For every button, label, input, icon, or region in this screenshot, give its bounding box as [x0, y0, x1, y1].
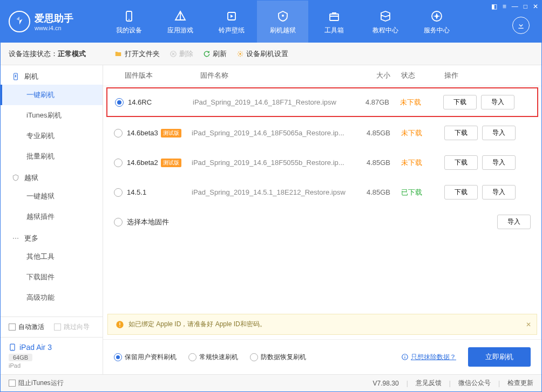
nav-1[interactable]: 应用游戏	[154, 1, 206, 43]
download-button[interactable]: 下载	[444, 155, 478, 170]
table-row[interactable]: 14.6beta3测试版iPad_Spring_2019_14.6_18F506…	[103, 118, 541, 148]
svg-point-9	[13, 238, 14, 239]
sidebar-item-专业刷机[interactable]: 专业刷机	[1, 126, 103, 146]
sidebar-item-越狱插件[interactable]: 越狱插件	[1, 207, 103, 227]
flash-settings-button[interactable]: 设备刷机设置	[236, 49, 288, 59]
radio[interactable]	[115, 98, 124, 107]
delete-button[interactable]: 删除	[170, 49, 193, 59]
svg-rect-4	[330, 14, 338, 20]
auto-activate-checkbox[interactable]: 自动激活	[9, 322, 44, 332]
sidebar-item-批量刷机[interactable]: 批量刷机	[1, 146, 103, 167]
window-controls: ◧ ≡ — □ ✕	[491, 3, 538, 10]
sidebar: 刷机一键刷机iTunes刷机专业刷机批量刷机越狱一键越狱越狱插件更多其他工具下载…	[1, 65, 103, 374]
block-itunes-checkbox[interactable]: 阻止iTunes运行	[9, 379, 64, 388]
refresh-button[interactable]: 刷新	[203, 49, 227, 59]
sidebar-item-下载固件[interactable]: 下载固件	[1, 267, 103, 287]
svg-point-11	[17, 238, 18, 239]
nav-5[interactable]: 教程中心	[360, 1, 411, 43]
opt-keep-data[interactable]: 保留用户资料刷机	[114, 353, 177, 362]
footer: 阻止iTunes运行 V7.98.30 | 意见反馈 | 微信公众号 | 检查更…	[1, 374, 541, 391]
nav-4[interactable]: 工具箱	[308, 1, 360, 43]
version-label: V7.98.30	[373, 380, 399, 387]
table-row[interactable]: 14.5.1iPad_Spring_2019_14.5.1_18E212_Res…	[103, 177, 541, 207]
notice-close-icon[interactable]: ✕	[526, 321, 531, 328]
download-button[interactable]: 下载	[444, 126, 478, 140]
nav-2[interactable]: 铃声壁纸	[206, 1, 257, 43]
wechat-link[interactable]: 微信公众号	[458, 379, 491, 388]
download-button[interactable]: 下载	[444, 185, 478, 200]
device-storage: 64GB	[9, 354, 32, 361]
radio[interactable]	[114, 129, 123, 137]
radio[interactable]	[114, 159, 123, 167]
nav-3[interactable]: 刷机越狱	[257, 1, 308, 43]
logo-icon	[9, 11, 30, 32]
svg-point-1	[128, 19, 130, 20]
opt-antiloss[interactable]: 防数据恢复刷机	[250, 353, 306, 362]
table-row[interactable]: 14.6beta2测试版iPad_Spring_2019_14.6_18F505…	[103, 148, 541, 177]
app-url: www.i4.cn	[35, 25, 73, 31]
sidebar-item-iTunes刷机[interactable]: iTunes刷机	[1, 105, 103, 126]
skip-wizard-checkbox[interactable]: 跳过向导	[54, 322, 90, 332]
minimize-icon[interactable]: —	[512, 3, 518, 10]
flash-now-button[interactable]: 立即刷机	[468, 347, 531, 367]
theme-icon[interactable]: ◧	[491, 3, 497, 10]
local-firmware-row[interactable]: 选择本地固件导入	[103, 207, 541, 237]
import-button[interactable]: 导入	[482, 155, 516, 170]
device-type: iPad	[9, 362, 94, 369]
close-icon[interactable]: ✕	[533, 3, 538, 10]
sidebar-item-高级功能[interactable]: 高级功能	[1, 287, 103, 308]
nav-6[interactable]: 服务中心	[411, 1, 462, 43]
tablet-icon	[9, 343, 16, 352]
sidebar-item-一键越狱[interactable]: 一键越狱	[1, 186, 103, 207]
check-update-link[interactable]: 检查更新	[507, 379, 533, 388]
maximize-icon[interactable]: □	[524, 3, 527, 10]
import-button[interactable]: 导入	[482, 185, 516, 200]
download-button[interactable]: 下载	[443, 95, 477, 109]
flash-options-bar: 保留用户资料刷机 常规快速刷机 防数据恢复刷机 只想抹除数据？ 立即刷机	[103, 339, 541, 374]
import-button[interactable]: 导入	[482, 126, 516, 140]
connection-status: 设备连接状态：正常模式	[1, 49, 103, 59]
opt-normal[interactable]: 常规快速刷机	[188, 353, 238, 362]
device-name: iPad Air 3	[19, 343, 52, 352]
radio[interactable]	[114, 188, 123, 197]
header: 爱思助手 www.i4.cn 我的设备应用游戏铃声壁纸刷机越狱工具箱教程中心服务…	[1, 1, 541, 43]
open-folder-button[interactable]: 打开文件夹	[114, 49, 160, 59]
svg-point-10	[15, 238, 16, 239]
nav-0[interactable]: 我的设备	[103, 1, 154, 43]
logo: 爱思助手 www.i4.cn	[1, 1, 103, 43]
nav: 我的设备应用游戏铃声壁纸刷机越狱工具箱教程中心服务中心	[103, 1, 541, 43]
warning-icon	[116, 320, 124, 329]
app-title: 爱思助手	[35, 12, 73, 25]
sidebar-section-越狱[interactable]: 越狱	[1, 167, 103, 186]
sidebar-item-一键刷机[interactable]: 一键刷机	[1, 85, 103, 105]
radio[interactable]	[114, 218, 123, 226]
device-card[interactable]: iPad Air 3 64GB iPad	[1, 337, 103, 374]
sidebar-section-更多[interactable]: 更多	[1, 227, 103, 246]
download-manager-icon[interactable]	[512, 17, 530, 34]
sidebar-section-刷机[interactable]: 刷机	[1, 65, 103, 85]
menu-icon[interactable]: ≡	[503, 3, 506, 10]
main: 固件版本 固件名称 大小 状态 操作 14.6RCiPad_Spring_201…	[103, 65, 541, 374]
svg-point-13	[12, 349, 12, 350]
import-button[interactable]: 导入	[481, 95, 514, 109]
table-header: 固件版本 固件名称 大小 状态 操作	[103, 65, 541, 86]
notice-bar: 如已绑定 Apple ID，请准备好 Apple ID和密码。 ✕	[107, 314, 537, 335]
svg-point-7	[239, 53, 241, 55]
feedback-link[interactable]: 意见反馈	[416, 379, 442, 388]
toolbar: 设备连接状态：正常模式 打开文件夹 删除 刷新 设备刷机设置	[1, 43, 541, 65]
import-button[interactable]: 导入	[497, 215, 531, 229]
svg-point-3	[282, 15, 284, 17]
erase-only-link[interactable]: 只想抹除数据？	[401, 353, 456, 362]
table-row[interactable]: 14.6RCiPad_Spring_2019_14.6_18F71_Restor…	[106, 87, 538, 117]
sidebar-item-其他工具[interactable]: 其他工具	[1, 246, 103, 267]
